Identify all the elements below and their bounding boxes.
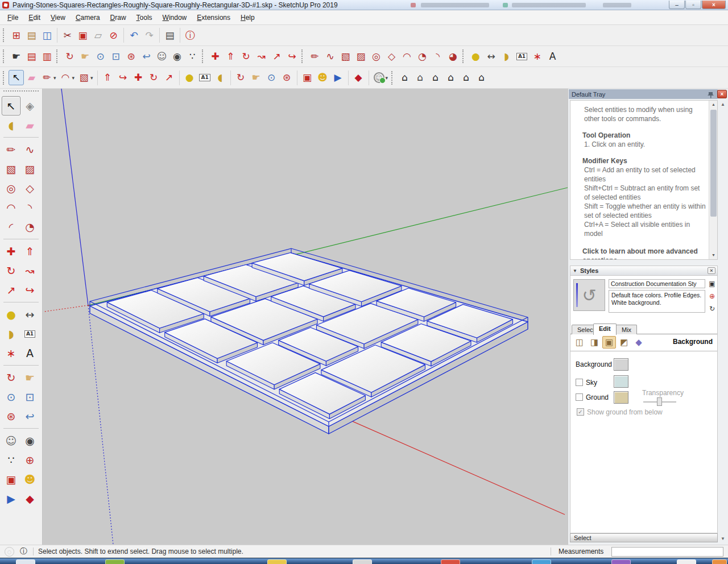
cut-button[interactable]: ✂ [60,28,75,43]
orbit-button[interactable]: ↻ [233,70,249,85]
create-style-icon[interactable]: ⊕ [708,292,717,301]
extension-warehouse-button[interactable]: ▶ [2,489,20,508]
minimize-button[interactable]: – [669,1,685,9]
menu-edit[interactable]: Edit [23,11,46,24]
redo-button[interactable]: ↷ [142,28,157,43]
zoom-previous-button[interactable]: ↩ [20,407,39,426]
menu-file[interactable]: File [2,11,23,24]
rotated-rectangle-button[interactable]: ▨ [353,49,369,64]
face-settings-icon[interactable]: ◨ [588,336,601,349]
3d-text-button[interactable]: A [20,343,39,363]
undo-button[interactable]: ↶ [126,28,142,43]
save-file-button[interactable]: ◫ [39,28,55,43]
close-button[interactable]: × [702,1,726,9]
text-button[interactable]: A1 [514,49,530,64]
modeling-settings-icon[interactable]: ◆ [632,336,646,349]
arc-dropdown-arrow[interactable]: ▾ [72,75,75,81]
zoom-previous-button[interactable]: ↩ [139,49,154,64]
taskbar-app-icon[interactable] [677,559,696,564]
background-color-swatch[interactable] [614,358,628,371]
position-camera-button[interactable]: ☺ [154,49,169,64]
rotate-button[interactable]: ↻ [2,261,20,280]
component-attributes-button[interactable]: ▥ [39,49,55,64]
restore-button[interactable]: ▫ [685,1,701,9]
scale-button[interactable]: ↗ [162,70,177,85]
tape-measure-button[interactable]: ● [468,49,483,64]
collapse-triangle-icon[interactable]: ▼ [573,268,577,273]
arc-button[interactable]: ◠ [58,70,73,85]
sign-in-button[interactable]: ☺ [371,70,387,85]
follow-me-button[interactable]: ↝ [254,49,269,64]
text-button[interactable]: A1 [20,324,39,343]
windows-taskbar[interactable] [0,558,728,564]
toolbar-grip[interactable] [56,49,59,63]
info-icon[interactable]: ⓘ [19,547,28,557]
line-button[interactable]: ✏ [307,49,322,64]
view-right-button[interactable]: ⌂ [443,70,458,85]
view-left-button[interactable]: ⌂ [474,70,489,85]
modeling-viewport[interactable] [43,89,568,545]
taskbar-app-icon[interactable] [267,559,287,564]
sign-in-dropdown-arrow[interactable]: ▾ [386,75,388,81]
text-button[interactable]: A1 [197,70,213,85]
zoom-button[interactable]: ⊙ [264,70,279,85]
arc-3-point-button[interactable]: ◜ [2,217,20,237]
orbit-button[interactable]: ↻ [62,49,77,64]
paint-bucket-button[interactable]: ◖ [2,115,20,135]
open-file-button[interactable]: ▤ [24,28,39,43]
pan-button[interactable]: ☛ [77,49,93,64]
taskbar-app-icon[interactable] [105,559,125,564]
sky-checkbox[interactable] [576,379,583,386]
rectangle-button[interactable]: ▧ [2,159,20,179]
eraser-button[interactable]: ▰ [24,70,39,85]
dimension-button[interactable]: ↔ [483,49,499,64]
geolocation-icon[interactable]: ◌ [5,547,14,557]
protractor-button[interactable]: ◗ [499,49,514,64]
taskbar-app-icon[interactable] [712,559,727,564]
menu-camera[interactable]: Camera [71,11,105,24]
tray-scroll-up-icon[interactable]: ▲ [719,101,727,109]
watermark-settings-icon[interactable]: ◩ [617,336,631,349]
arc-button[interactable]: ◠ [399,49,415,64]
pie-button[interactable]: ◔ [20,217,39,237]
push-pull-button[interactable]: ⇑ [223,49,238,64]
new-document-button[interactable]: ⊞ [9,28,24,43]
scrollbar-thumb[interactable] [710,110,717,217]
arc-2-point-button[interactable]: ◠ [2,198,20,217]
axes-button[interactable]: ∗ [530,49,545,64]
ruby-console-button[interactable]: ◆ [351,70,366,85]
move-button[interactable]: ✚ [2,242,20,261]
transparency-slider-thumb[interactable] [657,397,662,406]
filled-arc-button[interactable]: ◕ [445,49,461,64]
tab-mix[interactable]: Mix [616,325,637,334]
toolbar-grip[interactable] [462,49,465,63]
taskbar-app-icon[interactable] [532,559,551,564]
print-button[interactable]: ▤ [162,28,177,43]
instructor-scrollbar[interactable]: ▲ ▼ [709,101,717,259]
3d-warehouse-button[interactable]: ▣ [300,70,315,85]
toolbar-grip[interactable] [202,49,205,63]
ground-checkbox[interactable] [576,393,583,401]
viewport-canvas[interactable] [43,89,568,545]
tray-scroll-down-icon[interactable]: ▼ [719,535,727,543]
view-back-button[interactable]: ⌂ [458,70,474,85]
background-settings-icon[interactable]: ▣ [602,336,616,349]
rotated-rectangle-button[interactable]: ▨ [20,159,39,179]
model-info-button[interactable]: ⓘ [183,28,198,43]
show-ground-checkbox[interactable]: ✓ [577,408,584,416]
zoom-button[interactable]: ⊙ [2,387,20,407]
make-component-button[interactable]: ◈ [20,96,39,115]
component-options-button[interactable]: ▤ [24,49,39,64]
tab-edit[interactable]: Edit [593,324,617,335]
menu-view[interactable]: View [46,11,71,24]
line-button[interactable]: ✏ [39,70,55,85]
view-front-button[interactable]: ⌂ [428,70,443,85]
walk-button[interactable]: ∵ [185,49,200,64]
instructor-learn-more-link[interactable]: Click to learn about more advanced opera… [582,247,706,260]
offset-button[interactable]: ↪ [284,49,300,64]
toolbar-grip[interactable] [3,71,6,85]
axes-button[interactable]: ∗ [2,343,20,363]
share-model-button[interactable]: ☻ [315,70,330,85]
section-plane-button[interactable]: ⊕ [20,450,39,470]
extension-warehouse-button[interactable]: ▶ [330,70,346,85]
